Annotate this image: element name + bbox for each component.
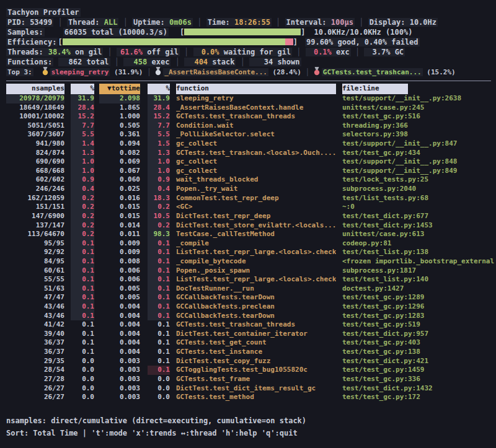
cell-function: DictTest.test_copy_fuzz [176,357,336,366]
table-row[interactable]: 162/120590.20.01618.3CommonTest.test_rep… [6,194,496,203]
cell-file-line: test/test_gc.py:1283 [342,312,496,321]
top3-label: Top 3: [6,68,33,76]
table-row[interactable]: 29/350.00.0030.1DictTest.test_copy_fuzzt… [6,357,496,366]
table-row[interactable]: 824/8741.30.0821.3GCTests.test_trashcan.… [6,149,496,158]
cell-tottime: 1.000 [99,112,140,121]
cell-function: GCCallbackTests.tearDown [176,293,336,302]
column-header-direct-pct[interactable]: % [71,84,94,94]
cell-cumulative-pct: 0.1 [148,357,170,366]
cell-cumulative-pct: 0.1 [148,338,170,348]
column-header-tottime-sorted[interactable]: ▼tottime [99,84,140,94]
cell-function: TestCase._callTestMethod [176,230,336,239]
cell-file-line: ~:0 [342,203,496,212]
table-row[interactable]: 26/270.00.0030.0DictTest.test_dict_items… [6,384,496,393]
status-interval-label: Interval: [286,18,331,27]
table-row[interactable]: 246/2460.40.0250.4Popen._try_waitsubproc… [6,185,496,194]
table-row[interactable]: 41/420.10.0040.1GCTests.test_trashcan_th… [6,320,496,330]
cell-cumulative-pct: 1.0 [148,157,170,167]
cell-tottime: 0.015 [99,212,140,221]
cell-direct-pct: 0.2 [71,194,94,203]
table-row[interactable]: 602/6020.90.0600.9wait_threads_blockedte… [6,175,496,185]
cell-function: gc_collect [176,167,336,176]
cell-function: GCTests.test_instance [176,348,336,357]
table-row[interactable]: 92/920.10.0090.1ListTest.test_repr_large… [6,248,496,257]
cell-cumulative-pct: 31.9 [148,94,170,103]
cell-file-line: test/test_list.py:138 [342,248,496,257]
cell-direct-pct: 0.1 [71,293,94,302]
cell-cumulative-pct: 0.1 [148,239,170,248]
table-row[interactable]: 147/69000.20.01510.5DictTest.test_repr_d… [6,212,496,221]
cell-function: wait_threads_blocked [176,175,336,185]
table-row[interactable]: 27/280.00.0030.0GCTests.test_frametest/t… [6,375,496,384]
top3-pct [268,68,273,76]
functions-label: Functions: [6,58,53,66]
cell-file-line: unittest/case.py:613 [342,230,496,239]
thread-stat-value: 0.1% [307,47,332,57]
cell-tottime: 0.015 [99,203,140,212]
cell-file-line: test/test_dict.py:1432 [342,384,496,393]
cell-function: DictTest.test_container_iterator [176,330,336,339]
table-row[interactable]: 95/950.10.0090.1_compilecodeop.py:81 [6,239,496,248]
table-row[interactable]: 28/540.00.0030.1GCTogglingTests.test_bug… [6,366,496,375]
threads-stats: 38.4% on gil │ 61.6% off gil │ 0.0% wait… [45,48,405,56]
cell-function: gc_collect [176,157,336,167]
cell-nsamples: 29/35 [6,357,64,366]
table-row[interactable]: 43/460.10.0040.1GCCallbackTests.preclean… [6,302,496,312]
footer-legend: nsamples: direct/cumulative (direct=exec… [6,415,496,427]
cell-cumulative-pct: 98.3 [148,230,170,239]
table-row[interactable]: 137/1470.20.0140.2DictTest.test_store_ev… [6,221,496,231]
table-row[interactable]: 690/6901.00.0691.0gc_collecttest/support… [6,157,496,167]
table-row[interactable]: 47/470.10.0050.1GCCallbackTests.tearDown… [6,293,496,302]
table-row[interactable]: 26/270.00.0030.0GCTests.test_methodtest/… [6,393,496,402]
samples-bar-open-bracket: [ [180,28,184,37]
cell-tottime: 0.009 [99,248,140,257]
efficiency-text: 99.60% good, 0.40% failed [305,38,420,46]
column-header-nsamples[interactable]: nsamples [6,84,64,94]
table-row[interactable]: 10001/1000215.21.00015.2GCTests.test_tra… [6,112,496,121]
cell-tottime: 0.069 [99,157,140,167]
table-row[interactable]: 39/400.10.0040.1DictTest.test_container_… [6,330,496,339]
cell-function: GCTests.test_trashcan_threads [176,112,336,121]
table-row[interactable]: 113/646700.20.01198.3TestCase._callTestM… [6,230,496,239]
column-header-function[interactable]: function [176,84,336,94]
top3-function-pct: (31.9%) [114,68,143,76]
thread-stat: 0.1% exc [306,48,351,56]
table-row[interactable]: 941/9801.40.0941.5gc_collecttest/support… [6,139,496,149]
table-row[interactable]: 36/370.10.0040.1GCTests.test_get_countte… [6,338,496,348]
table-row[interactable]: 5051/50517.70.5057.7Condition.waitthread… [6,121,496,131]
cell-cumulative-pct: 1.0 [148,167,170,176]
cell-nsamples: 137/147 [6,221,64,231]
footer-keybindings: Sort: Total Time | 't':mode 'x':trends ↔… [6,427,496,439]
table-row[interactable]: 20978/2097931.92.09831.9sleeping_retryte… [6,94,496,103]
table-row[interactable]: 36/370.10.0040.1GCTests.test_instancetes… [6,348,496,357]
header-divider [6,81,491,81]
column-header-file-line[interactable]: file:line [342,84,408,94]
cell-direct-pct: 1.0 [71,167,94,176]
separator: │ [351,48,365,56]
cell-file-line: test/test_list.py:140 [342,275,496,284]
cell-tottime: 2.098 [99,94,140,103]
top3-function-name: _AssertRaisesBaseConte... [163,68,268,76]
cell-tottime: 0.067 [99,167,140,176]
cell-nsamples: 162/12059 [6,194,64,203]
thread-stat-value: 3.7% [365,47,390,57]
table-row[interactable]: 151/1510.20.0150.2<GC>~:0 [6,203,496,212]
cell-cumulative-pct: 0.1 [148,257,170,266]
cell-nsamples: 824/874 [6,149,64,158]
table-row[interactable]: 51/630.10.0050.1DocTestRunner.__rundocte… [6,284,496,294]
table-row[interactable]: 18649/1864928.41.86528.4_AssertRaisesBas… [6,103,496,113]
cell-cumulative-pct: 0.0 [148,384,170,393]
table-row[interactable]: 60/610.10.0060.1Popen._posix_spawnsubpro… [6,266,496,276]
cell-direct-pct: 0.2 [71,203,94,212]
table-row[interactable]: 668/6681.00.0671.0gc_collecttest/support… [6,167,496,176]
cell-file-line: threading.py:366 [342,121,496,131]
cell-cumulative-pct: 1.5 [148,139,170,149]
table-row[interactable]: 3607/36075.50.3615.5_PollLikeSelector.se… [6,130,496,139]
cell-file-line: doctest.py:1427 [342,284,496,294]
cell-function: CommonTest.test_repr_deep [176,194,336,203]
column-header-cumulative-pct[interactable]: % [148,84,170,94]
cell-file-line: test/test_gc.py:172 [342,393,496,402]
table-row[interactable]: 55/550.10.0060.1ListTest.test_repr_large… [6,275,496,284]
table-row[interactable]: 43/460.10.0040.1GCCallbackTests.tearDown… [6,312,496,321]
table-row[interactable]: 84/950.10.0080.1_compile_bytecode<frozen… [6,257,496,266]
